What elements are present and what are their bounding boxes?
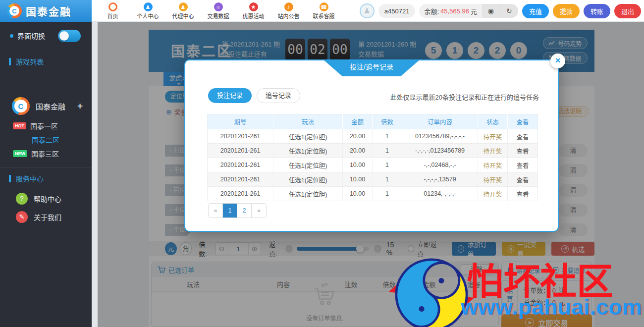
nav-item-agent[interactable]: ♟ 代理中心 bbox=[165, 0, 201, 22]
help-icon: ? bbox=[16, 193, 28, 205]
avatar[interactable]: ♟ bbox=[360, 3, 375, 18]
view-link[interactable]: 查看 bbox=[508, 158, 537, 172]
game-list-header: 游戏列表 bbox=[0, 56, 44, 66]
top-nav: 首页 ♟ 个人中心 ♟ 代理中心 ≡ 交易数据 ★ 优惠活动 ♪ 站内公告 bbox=[95, 0, 341, 22]
view-link[interactable]: 查看 bbox=[508, 187, 537, 201]
page-next[interactable]: » bbox=[252, 204, 266, 218]
page-prev[interactable]: « bbox=[209, 204, 223, 218]
transfer-button[interactable]: 转账 bbox=[584, 4, 610, 18]
status-badge: 待开奖 bbox=[478, 187, 508, 201]
pagination: « 1 2 » bbox=[208, 203, 267, 218]
ui-switch-toggle[interactable] bbox=[58, 30, 81, 42]
view-link[interactable]: 查看 bbox=[508, 129, 537, 143]
sidebar-game-group[interactable]: 国泰金融 + bbox=[0, 95, 92, 117]
tab-bet-records[interactable]: 投注记录 bbox=[208, 88, 252, 103]
sidebar-item-zone2[interactable]: 国泰二区 bbox=[0, 134, 92, 146]
divider bbox=[0, 167, 92, 167]
status-badge: 待开奖 bbox=[478, 129, 508, 143]
announcement-icon: ♪ bbox=[284, 2, 293, 11]
status-badge: 待开奖 bbox=[478, 144, 508, 158]
nav-item-support[interactable]: ☎ 联系客服 bbox=[306, 0, 341, 22]
sidebar-item-zone3[interactable]: NEW 国泰三区 bbox=[0, 148, 92, 160]
scrollbar[interactable] bbox=[92, 22, 98, 327]
sidebar-item-zone1[interactable]: HOT 国泰一区 bbox=[0, 120, 92, 132]
table-row: 20201201-261 任选1(定位胆) 10.00 1 -,-,-,-,13… bbox=[208, 172, 537, 187]
game-logo-icon bbox=[12, 97, 30, 115]
nav-item-announcement[interactable]: ♪ 站内公告 bbox=[271, 0, 306, 22]
nav-item-promo[interactable]: ★ 优惠活动 bbox=[236, 0, 271, 22]
headset-icon: ☎ bbox=[320, 2, 328, 11]
table-row: 20201201-261 任选1(定位胆) 10.00 1 01234,-,-,… bbox=[208, 187, 537, 201]
nav-item-profile[interactable]: ♟ 个人中心 bbox=[130, 0, 165, 22]
table-row: 20201201-261 任选1(定位胆) 20.00 1 -,-,-,-,01… bbox=[208, 144, 537, 158]
table-header-row: 期号 玩法 金额 倍数 订单内容 状态 查看 bbox=[208, 114, 537, 129]
table-row: 20201201-261 任选1(定位胆) 20.00 1 0123456789… bbox=[208, 129, 537, 144]
user-icon: ♟ bbox=[144, 2, 153, 11]
data-icon: ≡ bbox=[214, 2, 223, 11]
bullet-icon bbox=[10, 34, 13, 38]
page-1[interactable]: 1 bbox=[223, 204, 237, 218]
close-icon[interactable]: × bbox=[550, 54, 565, 68]
table-row: 20201201-261 任选1(定位胆) 10.00 1 -,-,02468,… bbox=[208, 158, 537, 172]
logout-button[interactable]: 退出 bbox=[614, 4, 641, 18]
balance-group: 余额: 45,565.96 元 ◉ ↻ bbox=[419, 4, 518, 18]
agent-icon: ♟ bbox=[179, 2, 188, 11]
sidebar-item-help[interactable]: ? 帮助中心 bbox=[0, 193, 92, 205]
view-link[interactable]: 查看 bbox=[508, 172, 537, 186]
bet-records-modal: 投注/追号记录 × 投注记录 追号记录 此处仅显示最新20条投注记录和正在进行的… bbox=[184, 59, 559, 232]
brand-name: 国泰金融 bbox=[26, 3, 71, 18]
balance-text: 余额: 45,565.96 元 bbox=[419, 4, 482, 18]
records-note: 此处仅显示最新20条投注记录和正在进行的追号任务 bbox=[390, 92, 539, 102]
view-link[interactable]: 查看 bbox=[508, 144, 537, 158]
username-badge[interactable]: a450721 bbox=[378, 4, 416, 18]
service-center-header: 服务中心 bbox=[0, 173, 44, 183]
user-zone: ♟ a450721 余额: 45,565.96 元 ◉ ↻ 充值 提款 转账 退… bbox=[360, 3, 641, 18]
tab-chase-records[interactable]: 追号记录 bbox=[257, 88, 300, 103]
status-badge: 待开奖 bbox=[478, 172, 508, 186]
plus-icon[interactable]: + bbox=[77, 101, 83, 111]
brand-logo-icon bbox=[7, 3, 22, 18]
recharge-button[interactable]: 充值 bbox=[522, 4, 549, 18]
balance-value: 45,565.96 bbox=[440, 7, 469, 15]
ui-switch-row: 界面切换 bbox=[0, 31, 92, 41]
withdraw-button[interactable]: 提款 bbox=[553, 4, 580, 18]
new-badge: NEW bbox=[13, 150, 27, 157]
hot-badge: HOT bbox=[13, 122, 26, 129]
records-table: 期号 玩法 金额 倍数 订单内容 状态 查看 20201201-261 任选1(… bbox=[207, 114, 538, 201]
sidebar: 界面切换 游戏列表 国泰金融 + HOT 国泰一区 国泰二区 NEW 国泰三区 … bbox=[0, 22, 92, 327]
modal-title-tab: 投注/追号记录 bbox=[323, 59, 420, 76]
refresh-icon[interactable]: ↻ bbox=[500, 4, 518, 18]
sidebar-item-about[interactable]: ✎ 关于我们 bbox=[0, 211, 92, 223]
nav-item-home[interactable]: 首页 bbox=[95, 0, 130, 22]
ui-switch-label: 界面切换 bbox=[17, 31, 45, 41]
pencil-icon: ✎ bbox=[16, 211, 28, 223]
home-icon bbox=[108, 2, 117, 11]
status-badge: 待开奖 bbox=[478, 158, 508, 172]
top-bar: 国泰金融 首页 ♟ 个人中心 ♟ 代理中心 ≡ 交易数据 ★ 优惠活动 bbox=[0, 0, 644, 22]
eye-icon[interactable]: ◉ bbox=[482, 4, 500, 18]
page-2[interactable]: 2 bbox=[237, 204, 252, 218]
nav-item-trade-data[interactable]: ≡ 交易数据 bbox=[201, 0, 236, 22]
brand-logo[interactable]: 国泰金融 bbox=[0, 0, 92, 22]
app-screen: 国泰金融 首页 ♟ 个人中心 ♟ 代理中心 ≡ 交易数据 ★ 优惠活动 bbox=[0, 0, 644, 327]
gift-icon: ★ bbox=[249, 2, 258, 11]
